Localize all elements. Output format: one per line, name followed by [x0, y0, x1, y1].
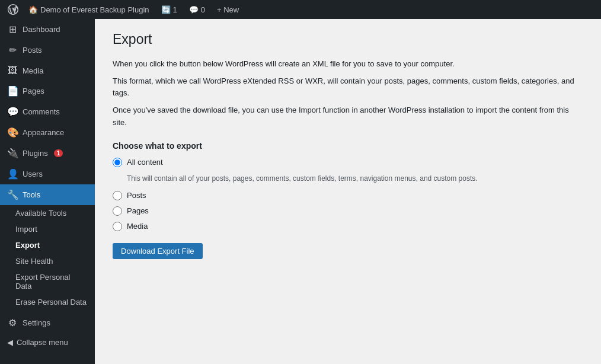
collapse-menu[interactable]: ◀ Collapse menu [0, 333, 95, 352]
wordpress-logo[interactable] [5, 0, 21, 19]
radio-all-input[interactable] [113, 158, 122, 167]
sidebar-item-settings[interactable]: ⚙ Settings [0, 312, 95, 333]
radio-posts-label[interactable]: Posts [127, 191, 146, 200]
sidebar-item-appearance[interactable]: 🎨 Appearance [0, 122, 95, 143]
site-name-bar[interactable]: 🏠 Demo of Everest Backup Plugin [24, 0, 154, 19]
admin-bar: 🏠 Demo of Everest Backup Plugin 🔄 1 💬 0 … [0, 0, 601, 19]
submenu-export[interactable]: Export [0, 237, 95, 253]
submenu-available-tools[interactable]: Available Tools [0, 205, 95, 221]
radio-media-label[interactable]: Media [127, 222, 148, 231]
media-icon: 🖼 [7, 65, 18, 76]
radio-posts-input[interactable] [113, 191, 122, 200]
appearance-icon: 🎨 [7, 127, 18, 138]
all-content-desc: This will contain all of your posts, pag… [127, 173, 583, 184]
submenu-export-personal-data[interactable]: Export Personal Data [0, 269, 95, 294]
radio-media[interactable]: Media [113, 222, 583, 231]
radio-pages[interactable]: Pages [113, 206, 583, 216]
sidebar-item-plugins[interactable]: 🔌 Plugins 1 [0, 143, 95, 164]
new-bar-item[interactable]: + New [212, 0, 244, 19]
page-title: Export [113, 31, 583, 49]
submenu-import[interactable]: Import [0, 221, 95, 237]
comments-icon: 💬 [189, 5, 199, 14]
radio-pages-input[interactable] [113, 206, 122, 216]
sidebar-item-users[interactable]: 👤 Users [0, 164, 95, 184]
desc2: This format, which we call WordPress eXt… [113, 75, 583, 100]
sidebar-item-comments[interactable]: 💬 Comments [0, 101, 95, 122]
radio-media-input[interactable] [113, 222, 122, 231]
users-icon: 👤 [7, 168, 18, 180]
plugins-icon: 🔌 [7, 148, 18, 159]
content-area: Export When you click the button below W… [95, 19, 601, 364]
section-title: Choose what to export [113, 141, 583, 151]
pages-icon: 📄 [7, 85, 18, 97]
radio-posts[interactable]: Posts [113, 191, 583, 200]
dashboard-icon: ⊞ [7, 24, 18, 35]
radio-all-label[interactable]: All content [127, 158, 163, 167]
desc1: When you click the button below WordPres… [113, 58, 583, 71]
comments-menu-icon: 💬 [7, 106, 18, 117]
comments-bar-item[interactable]: 💬 0 [184, 0, 210, 19]
sidebar-item-dashboard[interactable]: ⊞ Dashboard [0, 19, 95, 40]
radio-pages-label[interactable]: Pages [127, 206, 149, 215]
sidebar: ⊞ Dashboard ✏ Posts 🖼 Media 📄 Pages 💬 Co… [0, 19, 95, 364]
sidebar-item-posts[interactable]: ✏ Posts [0, 40, 95, 60]
sidebar-item-media[interactable]: 🖼 Media [0, 60, 95, 81]
home-icon: 🏠 [28, 5, 38, 14]
submenu-site-health[interactable]: Site Health [0, 253, 95, 269]
download-export-button[interactable]: Download Export File [113, 243, 203, 259]
tools-icon: 🔧 [7, 189, 18, 200]
updates-icon: 🔄 [161, 5, 171, 14]
radio-all-content[interactable]: All content [113, 158, 583, 167]
posts-icon: ✏ [7, 44, 18, 56]
sidebar-item-tools[interactable]: 🔧 Tools [0, 184, 95, 205]
settings-icon: ⚙ [7, 317, 18, 328]
updates-bar-item[interactable]: 🔄 1 [156, 0, 182, 19]
desc3: Once you've saved the download file, you… [113, 104, 583, 129]
plugins-badge: 1 [54, 149, 63, 157]
sidebar-item-pages[interactable]: 📄 Pages [0, 81, 95, 101]
submenu-erase-personal-data[interactable]: Erase Personal Data [0, 294, 95, 310]
collapse-icon: ◀ [7, 338, 13, 347]
main-layout: ⊞ Dashboard ✏ Posts 🖼 Media 📄 Pages 💬 Co… [0, 19, 601, 364]
